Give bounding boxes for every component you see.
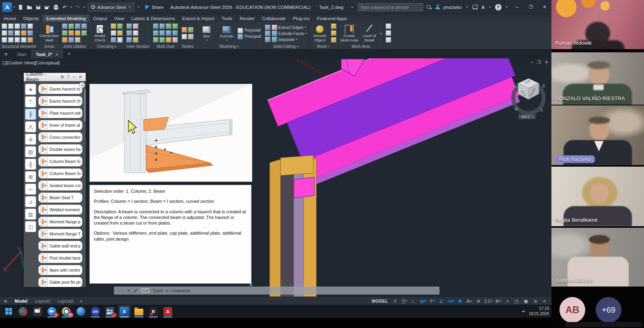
ribbon-icon[interactable] [272, 37, 277, 42]
wrench-icon[interactable] [133, 288, 138, 293]
ribbon-icon[interactable] [188, 34, 194, 39]
ribbon-icon[interactable] [21, 30, 27, 36]
palette-scrollbar[interactable] [84, 89, 86, 122]
undo-button[interactable]: ↶ [61, 4, 68, 11]
ribbon-icon[interactable] [126, 30, 132, 36]
category-button[interactable]: ╂ [25, 109, 36, 120]
ribbon-tab[interactable]: Featured Apps [313, 14, 351, 22]
annotation-monitor-icon[interactable]: + [504, 298, 511, 304]
taskbar-chat[interactable] [31, 305, 43, 318]
taskbar-mail[interactable]: 6 [46, 305, 58, 318]
ribbon-icon[interactable] [153, 37, 159, 43]
ribbon-icon[interactable] [27, 37, 33, 43]
print-button[interactable] [52, 4, 60, 11]
connection-list-item[interactable]: Seated beam connection [38, 180, 83, 191]
participant-video[interactable]: GONZALO VALIÑO RIESTRA [551, 52, 644, 105]
category-button[interactable]: ⋀ [25, 121, 36, 132]
ribbon-tab[interactable]: Home [0, 14, 20, 22]
taskbar-zoom[interactable]: zm [89, 305, 101, 318]
scale-selector[interactable]: 1:1▾ [484, 298, 493, 304]
connection-list-item[interactable]: Moment flange plates [38, 217, 83, 227]
participant-video[interactable]: Regita Bendikienė [551, 167, 644, 226]
ribbon-icon[interactable] [172, 30, 178, 36]
category-button[interactable]: ╪ [25, 134, 36, 145]
ribbon-icon[interactable] [111, 30, 116, 36]
ribbon-icon[interactable] [14, 37, 20, 43]
connection-list-item[interactable]: Moment flange T [38, 229, 83, 239]
customize-icon[interactable]: ≂ [137, 5, 140, 9]
connection-list-item[interactable]: Eaves haunch (fro... [38, 96, 83, 106]
panel-launcher-icon[interactable]: » [328, 45, 330, 48]
pen-icon[interactable]: ✒ [521, 308, 526, 315]
steel-column[interactable] [270, 155, 316, 297]
ribbon-icon[interactable] [68, 30, 74, 36]
ribbon-icon[interactable] [159, 23, 165, 29]
connection-list-item[interactable]: Post double beam [38, 253, 83, 263]
ribbon-icon[interactable] [117, 37, 123, 43]
annotation-scale-icon[interactable]: A [475, 298, 482, 304]
ribbon-icon[interactable] [62, 30, 68, 36]
ribbon-icon[interactable] [159, 30, 165, 36]
connection-list-item[interactable]: Eaves haunch to flange [38, 84, 83, 94]
ribbon-icon[interactable] [133, 23, 138, 29]
workspace-switcher[interactable]: Advance Steel ▾ [88, 3, 134, 12]
connection-list-item[interactable]: Apex with centre post [38, 265, 83, 275]
tab-document[interactable]: Task_2*✕ [31, 50, 63, 58]
category-button[interactable]: ╬ [25, 159, 36, 170]
layout-tab[interactable]: Layout2 [54, 299, 77, 303]
compass-n[interactable]: N [514, 85, 516, 89]
chevron-down-icon[interactable]: ▾ [70, 5, 72, 9]
ribbon-icon[interactable] [182, 34, 187, 39]
connection-list-item[interactable]: Plate haunch with e... [38, 108, 83, 118]
ribbon-icon[interactable] [272, 31, 277, 36]
ribbon-icon[interactable] [111, 37, 116, 43]
model-space-badge[interactable]: MODEL [372, 299, 388, 303]
ribbon-icon[interactable] [2, 30, 7, 36]
create-work-area-button[interactable]: Create Work Area [340, 25, 359, 42]
drag-grip-icon[interactable]: ⋮⋮ [116, 289, 124, 293]
taskbar-explorer[interactable] [133, 305, 145, 318]
connection-list-item[interactable]: Beam Seat T [38, 192, 83, 203]
ribbon-tab[interactable]: Extended Modeling [43, 14, 89, 22]
tab-start[interactable]: Start [12, 50, 31, 58]
ribbon-icon[interactable] [75, 23, 80, 29]
viewport[interactable]: [-][Custom View][Conceptual] ─ ❐ ✕ N W S… [0, 58, 551, 297]
taskbar-r-app[interactable]: R [147, 305, 159, 318]
pin-icon[interactable]: ⍑ [65, 74, 71, 80]
taskbar-chrome[interactable]: P [60, 305, 72, 318]
compass-s[interactable]: S [540, 108, 543, 112]
resize-grip-icon[interactable]: ◢ [249, 281, 252, 287]
customization-icon[interactable]: ≡ [541, 298, 548, 304]
workspace-gear-icon[interactable]: ⚙▾ [494, 298, 502, 304]
polysolid-button[interactable]: Polysolid [237, 28, 261, 33]
taskbar-app-1[interactable] [17, 305, 29, 318]
add-layout-button[interactable]: + [77, 298, 85, 304]
ribbon-icon[interactable] [75, 30, 80, 36]
caret-down-icon[interactable]: ▾ [297, 45, 298, 48]
search-icon[interactable] [426, 4, 432, 10]
isodraft-toggle[interactable]: Y▾ [428, 298, 436, 304]
gear-icon[interactable]: ⚙ [59, 74, 65, 80]
ribbon-icon[interactable] [331, 23, 336, 29]
ribbon-icon[interactable] [21, 23, 27, 29]
viewport-controls-label[interactable]: [-][Custom View][Conceptual] [2, 60, 60, 65]
more-participants-button[interactable]: +69 [596, 297, 621, 323]
ribbon-icon[interactable] [159, 37, 165, 43]
share-button[interactable]: Share [145, 5, 163, 10]
recent-commands-button[interactable]: ▭▾ [140, 287, 150, 294]
wcs-selector[interactable]: WCS▾ [518, 114, 536, 119]
units-icon[interactable]: ◳ [513, 298, 520, 304]
extrude-button[interactable]: Extrude▾ [217, 25, 236, 42]
close-tab-icon[interactable]: ✕ [55, 52, 58, 57]
ribbon-icon[interactable] [166, 30, 171, 36]
chevron-down-icon[interactable]: ▾ [489, 5, 491, 9]
taskbar-teams[interactable]: – [104, 305, 116, 318]
ribbon-icon[interactable] [265, 31, 270, 36]
polar-tracking-toggle[interactable]: ◎▾ [419, 298, 427, 304]
clock[interactable]: 17:19 19.01.2026 [529, 306, 549, 316]
new-file-button[interactable] [17, 4, 24, 11]
caret-down-icon[interactable]: ▾ [380, 32, 382, 35]
ribbon-icon[interactable] [62, 23, 68, 29]
category-button[interactable]: ▥ [25, 208, 36, 220]
store-cart-icon[interactable] [472, 4, 478, 10]
